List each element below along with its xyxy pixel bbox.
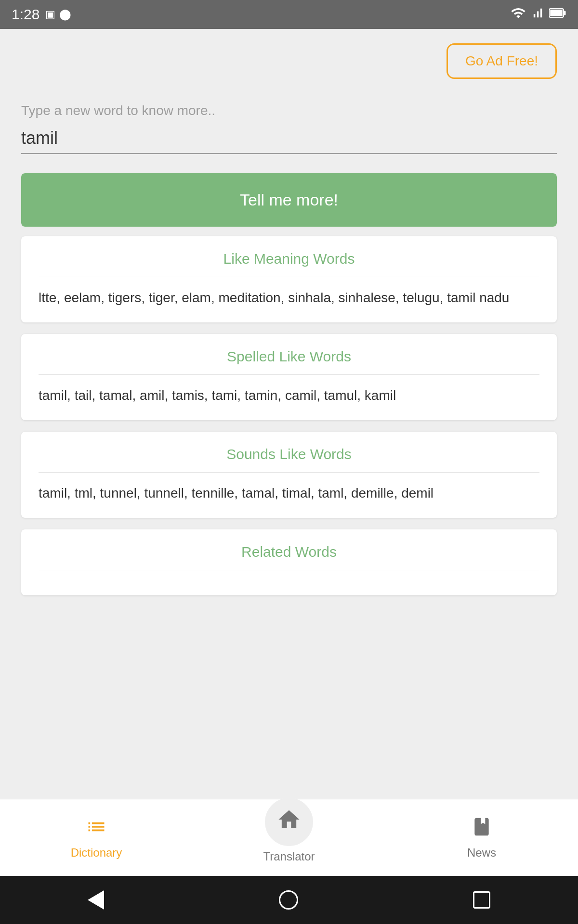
news-label: News (467, 846, 496, 860)
search-label: Type a new word to know more.. (21, 103, 557, 118)
battery-icon (549, 6, 566, 23)
home-button[interactable] (279, 890, 298, 910)
wifi-icon (511, 5, 526, 24)
svg-rect-1 (564, 11, 566, 15)
related-words-title: Related Words (39, 544, 539, 560)
android-nav-bar (0, 876, 578, 924)
sounds-like-title: Sounds Like Words (39, 446, 539, 462)
search-input-wrapper (21, 128, 557, 154)
recent-button[interactable] (473, 891, 490, 909)
bottom-nav: Dictionary Translator News (0, 799, 578, 876)
cards-container: Like Meaning Words ltte, eelam, tigers, … (21, 236, 557, 799)
dictionary-label: Dictionary (71, 846, 122, 860)
spelled-like-card: Spelled Like Words tamil, tail, tamal, a… (21, 334, 557, 420)
svg-rect-2 (550, 10, 563, 16)
go-ad-free-button[interactable]: Go Ad Free! (447, 43, 557, 79)
book-icon (471, 816, 492, 842)
sim-card-icon: ▣ (45, 8, 55, 21)
signal-icon (531, 5, 544, 24)
sounds-like-content: tamil, tml, tunnel, tunnell, tennille, t… (39, 483, 539, 503)
related-words-card: Related Words (21, 529, 557, 595)
like-meaning-content: ltte, eelam, tigers, tiger, elam, medita… (39, 288, 539, 308)
related-words-divider (39, 570, 539, 570)
home-circle (265, 798, 313, 846)
spelled-like-title: Spelled Like Words (39, 348, 539, 365)
list-icon (86, 816, 107, 842)
like-meaning-title: Like Meaning Words (39, 251, 539, 267)
spelled-like-content: tamil, tail, tamal, amil, tamis, tami, t… (39, 385, 539, 406)
search-input[interactable] (21, 128, 557, 148)
main-content: Go Ad Free! Type a new word to know more… (0, 29, 578, 799)
nav-item-news[interactable]: News (385, 816, 578, 860)
nav-item-translator[interactable]: Translator (193, 812, 385, 863)
home-icon (276, 807, 302, 837)
back-button[interactable] (88, 890, 104, 910)
status-bar: 1:28 ▣ ⬤ (0, 0, 578, 29)
sounds-like-card: Sounds Like Words tamil, tml, tunnel, tu… (21, 432, 557, 518)
sounds-like-divider (39, 472, 539, 473)
nav-item-dictionary[interactable]: Dictionary (0, 816, 193, 860)
search-area: Type a new word to know more.. (21, 89, 557, 164)
like-meaning-card: Like Meaning Words ltte, eelam, tigers, … (21, 236, 557, 322)
spelled-like-divider (39, 374, 539, 375)
tell-me-more-button[interactable]: Tell me more! (21, 173, 557, 227)
status-time: 1:28 (12, 6, 39, 23)
translator-label: Translator (263, 850, 315, 863)
like-meaning-divider (39, 277, 539, 277)
lastpass-icon: ⬤ (59, 8, 71, 21)
ad-free-container: Go Ad Free! (21, 29, 557, 89)
